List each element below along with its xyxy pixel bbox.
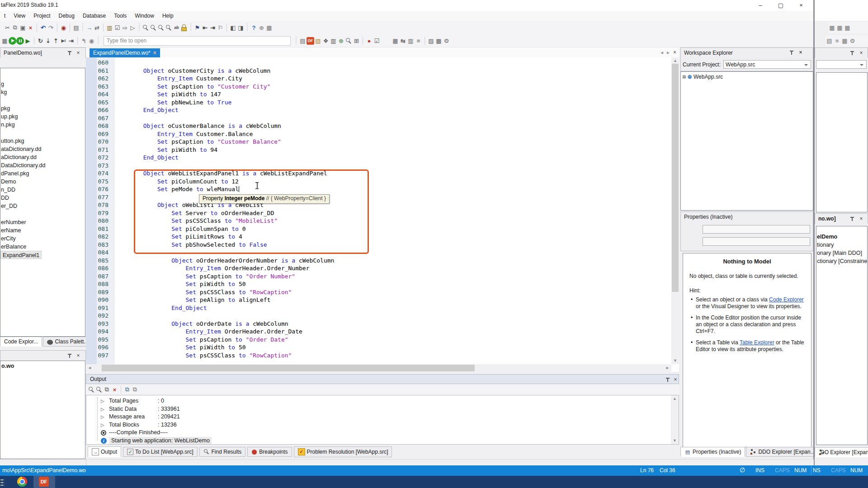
taskbar-active-app[interactable]: DF — [33, 476, 55, 488]
tree-item[interactable]: Demo — [0, 178, 85, 186]
pin-icon[interactable] — [67, 50, 72, 56]
file-open-input[interactable] — [104, 36, 291, 46]
chart-icon[interactable]: ▥ — [407, 37, 415, 45]
code-line[interactable]: 061 Object oCustomerCity is a cWebColumn — [86, 67, 671, 75]
search-prev-icon[interactable] — [150, 24, 157, 32]
list-view-icon[interactable]: ▥ — [330, 37, 337, 45]
tab-scroll-right-icon[interactable]: ▸ — [667, 49, 670, 56]
ddo-item[interactable]: ctionary [Constrained — [816, 257, 867, 265]
bookmark-clear-icon[interactable]: ⚐ — [217, 24, 224, 32]
menu-item[interactable]: Help — [158, 11, 178, 20]
code-line[interactable]: 078 Object oWebList1 is a cWebList — [86, 201, 671, 209]
minimize-button[interactable]: – — [754, 1, 767, 9]
pin-icon[interactable] — [789, 50, 794, 55]
tree-item[interactable]: erNumber — [0, 218, 85, 226]
pin-icon[interactable] — [67, 353, 72, 358]
close-button[interactable]: × — [794, 1, 808, 9]
pin-icon[interactable] — [665, 377, 670, 382]
code-line[interactable]: 088 Set piWidth to 50 — [86, 280, 671, 288]
code-line[interactable]: 068 Object oCustomerBalance is a cWebCol… — [86, 122, 671, 130]
tab-scroll-left-icon[interactable]: ◂ — [660, 49, 663, 56]
code-line[interactable]: 076 Set peMode to wleManual — [86, 185, 671, 193]
output-clear-icon[interactable]: × — [111, 386, 118, 394]
tab-code-explorer[interactable]: Code Explor... — [0, 337, 42, 347]
code-line[interactable]: 093 Object oOrderDate is a cWebColumn — [86, 320, 671, 328]
tab-find-results[interactable]: Find Results — [199, 447, 246, 457]
code-line[interactable]: 091 End_Object — [86, 304, 671, 312]
redo-icon[interactable]: ↷ — [47, 24, 55, 32]
output-row[interactable]: ▷Static Data: 333961 — [86, 405, 679, 413]
tree-item[interactable]: pkg — [0, 104, 85, 113]
behind-table-icon[interactable]: ▦ — [841, 37, 849, 45]
behind-list-icon[interactable]: ▤ — [826, 37, 833, 45]
tab-properties[interactable]: Properties (Inactive) — [680, 447, 745, 457]
behind-grid2-icon[interactable]: ▦ — [836, 24, 844, 32]
step-run-icon[interactable]: ▶ — [24, 37, 32, 45]
tab-problem-resolution[interactable]: Problem Resolution [WebApp.src] — [294, 446, 392, 457]
bookmark-toggle-icon[interactable]: ⚑ — [193, 24, 201, 32]
stop-return-icon[interactable]: ↰ — [80, 37, 88, 45]
lock-icon[interactable] — [180, 24, 188, 32]
tree-item[interactable]: DataDictionary.dd — [0, 161, 85, 169]
behind-grid-icon[interactable]: ▦ — [828, 24, 836, 32]
table-explorer-icon[interactable] — [345, 37, 353, 45]
copy-icon[interactable]: ⧉ — [11, 24, 19, 32]
output-row[interactable]: ▷Total Blocks: 13236 — [86, 421, 679, 429]
tab-expandpaneldemo[interactable]: ExpandPanelDemo.wo* × — [90, 48, 160, 57]
code-line[interactable]: 090 Set peAlign to alignLeft — [86, 296, 671, 304]
tab-output[interactable]: Output — [88, 446, 121, 457]
code-line[interactable]: 065 Set pbNewLine to True — [86, 99, 671, 107]
help-icon[interactable]: ? — [250, 24, 258, 32]
menu-item[interactable]: Debug — [55, 11, 79, 20]
output-copy-all-icon[interactable]: ⧉ — [123, 386, 131, 394]
output-row[interactable]: ▷Message area: 209421 — [86, 413, 679, 421]
ddo-item[interactable]: onary [Main DDO] — [816, 249, 867, 257]
code-line[interactable]: 079 Set Server to oOrderHeader_DD — [86, 209, 671, 217]
object-browser-icon[interactable]: ❖ — [322, 37, 330, 45]
delete-icon[interactable]: × — [27, 24, 34, 32]
restore-button[interactable]: ▢ — [774, 1, 788, 9]
tree-item[interactable]: utton.pkg — [0, 137, 85, 145]
settings-icon[interactable]: ⚙ — [443, 37, 450, 45]
code-line[interactable]: 097 Set psCSSClass to "RowCaption" — [86, 352, 671, 360]
code-line[interactable]: 069 Entry_Item Customer.Balance — [86, 130, 671, 138]
tree-item[interactable]: ataDictionary.dd — [0, 145, 85, 153]
close-icon[interactable]: × — [859, 216, 864, 221]
code-line[interactable]: 073 — [86, 162, 671, 170]
compile-warnings-icon[interactable]: ▥ — [106, 24, 113, 32]
code-line[interactable]: 087 Set psCaption to "Order Number" — [86, 272, 671, 281]
object-class-field[interactable] — [703, 237, 810, 246]
swap-panels-icon[interactable]: ⇆ — [399, 37, 407, 45]
code-line[interactable]: 081 Set piColumnSpan to 0 — [86, 225, 671, 233]
menu-item[interactable]: View — [9, 11, 29, 20]
open-workspace-icon[interactable]: ▧ — [314, 37, 322, 45]
code-line[interactable]: 060 — [86, 59, 671, 67]
paste-icon[interactable]: ▣ — [19, 24, 27, 32]
code-line[interactable]: 082 Set piLimitRows to 4 — [86, 233, 671, 241]
code-line[interactable]: 085 Object oOrderHeaderOrderNumber is a … — [86, 257, 671, 265]
code-line[interactable]: 064 Set piWidth to 147 — [86, 90, 671, 99]
code-line[interactable]: 084 — [86, 249, 671, 257]
stop-debug-icon[interactable]: ◉ — [88, 37, 95, 45]
pause-debug-icon[interactable] — [16, 37, 24, 45]
tree-item[interactable]: er_DD — [0, 202, 85, 210]
record-macro-icon[interactable]: ◉ — [60, 24, 67, 32]
panel-layout-icon[interactable]: ▦ — [392, 37, 399, 45]
tree-item[interactable]: dPanel.pkg — [0, 169, 85, 178]
code-line[interactable]: 096 Set piWidth to 50 — [86, 343, 671, 352]
behind-grid3-icon[interactable]: ▦ — [844, 24, 851, 32]
code-line[interactable]: 095 Set psCaption to "Order Date" — [86, 336, 671, 344]
code-line[interactable]: 072 End_Object — [86, 154, 671, 162]
code-line[interactable]: 071 Set piWidth to 94 — [86, 146, 671, 154]
set-next-statement-icon[interactable]: ⇥ — [67, 37, 75, 45]
output-row[interactable]: ▷Total Pages: 0 — [86, 397, 679, 405]
output-row[interactable]: iStarting web application: WebListDemo — [86, 437, 679, 445]
tree-item[interactable]: ExpandPanel1 — [0, 251, 42, 259]
component-icon[interactable]: ⊞ — [353, 37, 360, 45]
ddo-item[interactable]: elDemo — [816, 233, 867, 241]
search-next-icon[interactable] — [157, 24, 165, 32]
tree-item[interactable]: up.pkg — [0, 113, 85, 121]
code-line[interactable]: 080 Set psCSSClass to "MobileList" — [86, 217, 671, 225]
print-icon[interactable]: ▤ — [72, 24, 80, 32]
bookmark-prev-icon[interactable]: ⇤ — [201, 24, 209, 32]
